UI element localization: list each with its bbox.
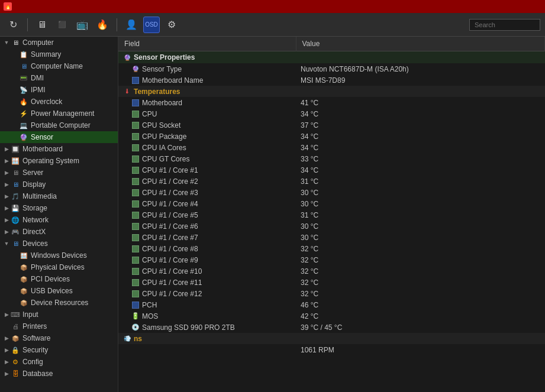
- arrow-computer: ▼: [2, 38, 11, 47]
- sidebar-item-usb-devices[interactable]: 📦 USB Devices: [0, 285, 118, 297]
- sidebar-item-display[interactable]: ▶ 🖥 Display: [0, 179, 118, 190]
- cpu-button[interactable]: ⬛: [54, 17, 70, 33]
- sidebar-item-config[interactable]: ▶ ⚙ Config: [0, 356, 118, 368]
- sidebar-item-device-resources[interactable]: 📦 Device Resources: [0, 297, 118, 309]
- sidebar-item-pci-devices[interactable]: 📦 PCI Devices: [0, 273, 118, 285]
- table-row[interactable]: 🔮Sensor Type Nuvoton NCT6687D-M (ISA A20…: [118, 63, 545, 74]
- sidebar-item-physical-devices[interactable]: 📦 Physical Devices: [0, 261, 118, 273]
- arrow-portable: [11, 121, 19, 129]
- label-devres: Device Resources: [31, 299, 88, 307]
- table-row[interactable]: CPU #1 / Core #10 32 °C: [118, 265, 545, 277]
- label-database: Database: [22, 370, 53, 378]
- table-row[interactable]: CPU GT Cores 33 °C: [118, 153, 545, 164]
- table-row[interactable]: CPU #1 / Core #4 30 °C: [118, 198, 545, 209]
- table-row[interactable]: 🌡Temperatures: [118, 86, 545, 97]
- table-row[interactable]: CPU Package 34 °C: [118, 131, 545, 142]
- sidebar-item-directx[interactable]: ▶ 🎮 DirectX: [0, 226, 118, 238]
- sidebar-item-devices[interactable]: ▼ 🖥 Devices: [0, 238, 118, 250]
- label-storage: Storage: [22, 204, 47, 212]
- sidebar-item-ipmi[interactable]: 📡 IPMI: [0, 84, 118, 96]
- arrow-database: ▶: [2, 370, 11, 378]
- table-row[interactable]: CPU #1 / Core #9 32 °C: [118, 254, 545, 265]
- cell-value: 37 °C: [296, 119, 545, 131]
- label-comp-name: Computer Name: [31, 62, 83, 70]
- arrow-ipmi: [11, 86, 19, 94]
- cell-field: [118, 344, 296, 355]
- sidebar-item-server[interactable]: ▶ 🖥 Server: [0, 167, 118, 179]
- cell-field: CPU #1 / Core #7: [118, 232, 296, 243]
- table-row[interactable]: CPU #1 / Core #11 32 °C: [118, 277, 545, 288]
- sidebar-item-network[interactable]: ▶ 🌐 Network: [0, 214, 118, 226]
- icon-directx: 🎮: [11, 227, 20, 237]
- arrow-windev: [11, 251, 19, 260]
- sidebar-item-sensor[interactable]: 🔮 Sensor: [0, 131, 118, 143]
- table-row[interactable]: 🔋MOS 42 °C: [118, 310, 545, 322]
- label-input: Input: [22, 310, 38, 319]
- sidebar-item-security[interactable]: ▶ 🔒 Security: [0, 344, 118, 356]
- icon-config: ⚙: [11, 357, 20, 367]
- table-row[interactable]: 💨ns: [118, 333, 545, 344]
- cell-field: CPU #1 / Core #5: [118, 209, 296, 221]
- flame-button[interactable]: 🔥: [94, 17, 111, 33]
- sidebar-item-windows-devices[interactable]: 🪟 Windows Devices: [0, 250, 118, 261]
- cell-field: CPU Socket: [118, 119, 296, 131]
- arrow-storage: ▶: [2, 204, 11, 212]
- sidebar-item-database[interactable]: ▶ 🗄 Database: [0, 368, 118, 380]
- search-input[interactable]: [469, 19, 540, 31]
- title-bar: 🔥: [0, 0, 545, 13]
- table-row[interactable]: CPU #1 / Core #6 30 °C: [118, 221, 545, 232]
- table-row[interactable]: CPU #1 / Core #12 32 °C: [118, 288, 545, 299]
- table-row[interactable]: 💿Samsung SSD 990 PRO 2TB 39 °C / 45 °C: [118, 322, 545, 333]
- table-row[interactable]: 1061 RPM: [118, 344, 545, 355]
- table-row[interactable]: Motherboard 41 °C: [118, 97, 545, 108]
- arrow-sensor: [11, 133, 19, 141]
- label-overclock: Overclock: [31, 98, 62, 106]
- icon-computer: 🖥: [11, 38, 20, 47]
- cell-value: 32 °C: [296, 243, 545, 254]
- table-row[interactable]: Motherboard Name MSI MS-7D89: [118, 74, 545, 86]
- cell-field: CPU #1 / Core #3: [118, 187, 296, 198]
- table-row[interactable]: CPU #1 / Core #7 30 °C: [118, 232, 545, 243]
- table-row[interactable]: CPU #1 / Core #5 31 °C: [118, 209, 545, 221]
- table-row[interactable]: CPU Socket 37 °C: [118, 119, 545, 131]
- cell-value: 41 °C: [296, 97, 545, 108]
- sidebar-item-computer[interactable]: ▼ 🖥 Computer: [0, 37, 118, 48]
- sidebar-item-os[interactable]: ▶ 🪟 Operating System: [0, 155, 118, 167]
- cell-value: 32 °C: [296, 254, 545, 265]
- sidebar-item-overclock[interactable]: 🔥 Overclock: [0, 96, 118, 108]
- section-header: 🔮Sensor Properties: [118, 51, 545, 64]
- col-value: Value: [296, 37, 545, 51]
- table-row[interactable]: 🔮Sensor Properties: [118, 51, 545, 64]
- table-row[interactable]: CPU #1 / Core #3 30 °C: [118, 187, 545, 198]
- cell-field: CPU: [118, 108, 296, 119]
- settings-button[interactable]: ⚙: [163, 17, 180, 33]
- table-row[interactable]: CPU #1 / Core #8 32 °C: [118, 243, 545, 254]
- sidebar-item-portable[interactable]: 💻 Portable Computer: [0, 119, 118, 131]
- table-row[interactable]: CPU 34 °C: [118, 108, 545, 119]
- sidebar-item-motherboard[interactable]: ▶ 🔲 Motherboard: [0, 143, 118, 155]
- sidebar-item-computer-name[interactable]: 🖥 Computer Name: [0, 60, 118, 72]
- monitor-button[interactable]: 📺: [74, 17, 91, 33]
- label-network: Network: [22, 216, 49, 224]
- osd-button[interactable]: OSD: [143, 17, 160, 33]
- cell-value: 32 °C: [296, 288, 545, 299]
- user-button[interactable]: 👤: [123, 17, 140, 33]
- sidebar-item-software[interactable]: ▶ 📦 Software: [0, 332, 118, 344]
- arrow-devres: [11, 299, 19, 307]
- icon-multimedia: 🎵: [11, 192, 20, 201]
- sidebar-item-input[interactable]: ▶ ⌨ Input: [0, 309, 118, 320]
- sidebar-item-dmi[interactable]: 📟 DMI: [0, 72, 118, 84]
- table-row[interactable]: CPU #1 / Core #1 34 °C: [118, 164, 545, 176]
- sidebar-item-storage[interactable]: ▶ 💾 Storage: [0, 202, 118, 214]
- sidebar-item-summary[interactable]: 📋 Summary: [0, 48, 118, 60]
- icon-security: 🔒: [11, 345, 20, 355]
- table-row[interactable]: CPU #1 / Core #2 31 °C: [118, 176, 545, 187]
- table-row[interactable]: PCH 46 °C: [118, 299, 545, 310]
- computer-button[interactable]: 🖥: [34, 17, 50, 33]
- refresh-button[interactable]: ↻: [5, 17, 21, 33]
- cell-field: PCH: [118, 299, 296, 310]
- sidebar-item-multimedia[interactable]: ▶ 🎵 Multimedia: [0, 190, 118, 202]
- sidebar-item-power-management[interactable]: ⚡ Power Management: [0, 108, 118, 119]
- table-row[interactable]: CPU IA Cores 34 °C: [118, 142, 545, 153]
- sidebar-item-printers[interactable]: 🖨 Printers: [0, 320, 118, 332]
